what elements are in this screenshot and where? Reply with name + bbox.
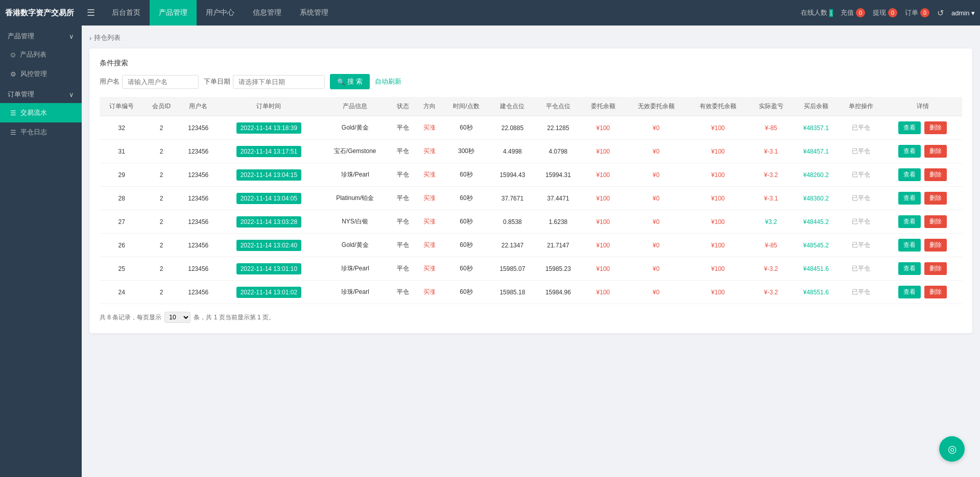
delete-button[interactable]: 删除 [924,121,947,134]
cell-member-id: 2 [144,116,179,140]
cell-invalid: ¥0 [625,140,687,163]
date-input[interactable] [233,75,325,89]
search-button[interactable]: 🔍 搜 索 [330,74,370,89]
cell-username: 123456 [179,257,218,281]
cell-id: 29 [100,163,144,187]
stat-label: 提现 [873,8,886,17]
sidebar-group-产品管理[interactable]: 产品管理∨ [0,26,82,45]
cell-open-price: 4.4998 [490,140,536,163]
cell-valid: ¥100 [687,234,749,257]
cell-open-price: 22.0885 [490,116,536,140]
view-button[interactable]: 查看 [898,192,921,205]
search-row: 用户名 下单日期 🔍 搜 索 自动刷新 [100,74,962,89]
cell-balance: ¥48260.2 [793,163,839,187]
username-input[interactable] [122,75,199,89]
cell-balance: ¥48545.2 [793,234,839,257]
direction-tag: 买涨 [423,265,436,272]
cell-single-op: 已平仓 [839,234,883,257]
cell-open-price: 15985.18 [490,281,536,304]
stat-badge: 1 [829,9,833,17]
delete-button[interactable]: 删除 [924,215,947,228]
float-button[interactable]: ◎ [939,436,965,462]
sidebar-item-交易流水[interactable]: ☰交易流水 [0,103,82,122]
cell-duration: 60秒 [443,234,489,257]
cell-member-id: 2 [144,257,179,281]
delete-button[interactable]: 删除 [924,239,947,252]
search-btn-label: 搜 索 [347,77,363,86]
menu-icon[interactable]: ☰ [87,7,95,18]
sidebar-label: 产品列表 [20,50,46,59]
cell-actions: 查看 删除 [883,116,962,140]
breadcrumb: › 持仓列表 [89,33,972,42]
brand-title: 香港数字资产交易所 [5,8,87,18]
direction-tag: 买涨 [423,147,436,155]
view-button[interactable]: 查看 [898,262,921,275]
cell-username: 123456 [179,116,218,140]
sidebar-item-产品列表[interactable]: ⊙产品列表 [0,45,82,64]
refresh-icon[interactable]: ↺ [937,8,944,18]
cell-product: NYS/白银 [320,210,390,234]
cell-close-price: 15994.31 [535,163,581,187]
cell-balance: ¥48445.2 [793,210,839,234]
cell-member-id: 2 [144,281,179,304]
stat-提现: 提现0 [873,8,897,17]
col-买后余额: 买后余额 [793,97,839,116]
cell-direction: 买涨 [416,210,443,234]
cell-username: 123456 [179,187,218,210]
table-row: 28 2 123456 2022-11-14 13:04:05 Platinum… [100,187,962,210]
cell-member-id: 2 [144,187,179,210]
sidebar-icon: ⊙ [10,51,16,59]
delete-button[interactable]: 删除 [924,145,947,158]
cell-id: 26 [100,234,144,257]
view-button[interactable]: 查看 [898,145,921,158]
nav-item-信息管理[interactable]: 信息管理 [244,0,291,26]
direction-tag: 买涨 [423,194,436,202]
col-用户名: 用户名 [179,97,218,116]
stat-在线人数: 在线人数1 [801,8,833,17]
delete-button[interactable]: 删除 [924,192,947,205]
view-button[interactable]: 查看 [898,121,921,134]
stat-label: 订单 [905,8,918,17]
delete-button[interactable]: 删除 [924,168,947,181]
cell-member-id: 2 [144,140,179,163]
col-时间/点数: 时间/点数 [443,97,489,116]
sidebar-item-平仓日志[interactable]: ☰平仓日志 [0,122,82,142]
sidebar-item-风控管理[interactable]: ⚙风控管理 [0,64,82,84]
cell-time: 2022-11-14 13:01:02 [218,281,320,304]
cell-single-op: 已平仓 [839,116,883,140]
time-tag: 2022-11-14 13:17:51 [236,146,301,157]
view-button[interactable]: 查看 [898,286,921,298]
view-button[interactable]: 查看 [898,239,921,252]
nav-item-用户中心[interactable]: 用户中心 [197,0,244,26]
view-button[interactable]: 查看 [898,215,921,228]
delete-button[interactable]: 删除 [924,286,947,298]
auto-refresh-button[interactable]: 自动刷新 [375,77,401,86]
delete-button[interactable]: 删除 [924,262,947,275]
cell-close-price: 15985.23 [535,257,581,281]
nav-items: 后台首页产品管理用户中心信息管理系统管理 [103,0,801,26]
nav-item-产品管理[interactable]: 产品管理 [150,0,197,26]
pagination-info: 共 8 条记录，每页显示 10 20 50 100 条，共 1 页当前显示第 1… [100,312,962,323]
stat-充值: 充值0 [841,8,865,17]
admin-info[interactable]: admin ▾ [951,9,975,17]
cell-actions: 查看 删除 [883,187,962,210]
sidebar-group-订单管理[interactable]: 订单管理∨ [0,84,82,103]
date-label: 下单日期 [204,77,230,86]
main-content: › 持仓列表 条件搜索 用户名 下单日期 🔍 搜 索 自动刷新 [82,26,980,477]
time-tag: 2022-11-14 13:18:39 [236,122,301,134]
stat-badge: 0 [920,8,929,17]
view-button[interactable]: 查看 [898,168,921,181]
cell-open-price: 15985.07 [490,257,536,281]
stat-badge: 0 [888,8,897,17]
nav-item-后台首页[interactable]: 后台首页 [103,0,150,26]
cell-status: 平仓 [390,116,416,140]
per-page-select[interactable]: 10 20 50 100 [164,312,190,323]
cell-duration: 60秒 [443,163,489,187]
cell-close-price: 1.6238 [535,210,581,234]
cell-product: Platinum/铂金 [320,187,390,210]
time-tag: 2022-11-14 13:03:28 [236,216,301,228]
cell-direction: 买涨 [416,187,443,210]
nav-item-系统管理[interactable]: 系统管理 [291,0,338,26]
cell-member-id: 2 [144,234,179,257]
sidebar-label: 交易流水 [20,108,47,117]
